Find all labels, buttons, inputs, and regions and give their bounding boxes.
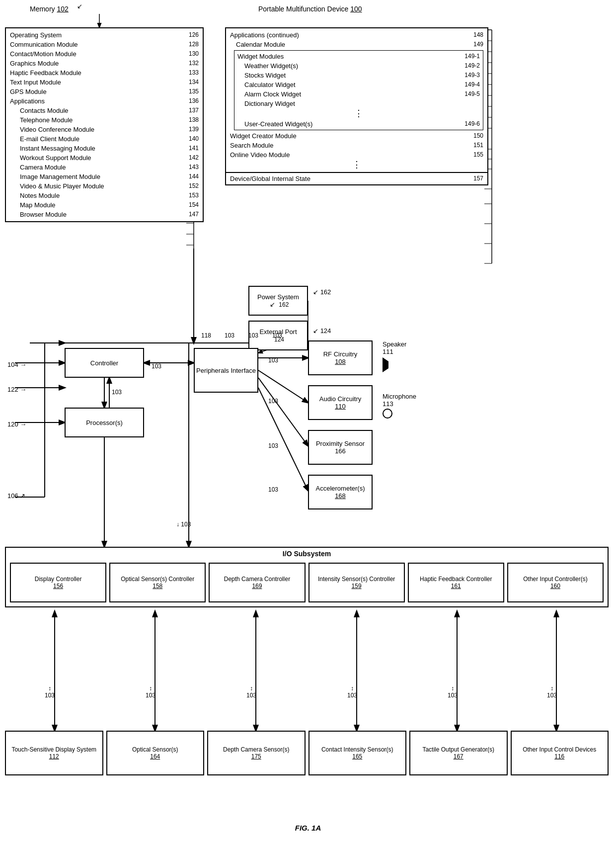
bottom-optical-sensor: Optical Sensor(s) 164 bbox=[106, 731, 205, 775]
memory-item-imagemgmt: Image Management Module 144 bbox=[10, 172, 199, 181]
bottom-sensor-row: Touch-Sensitive Display System 112 Optic… bbox=[5, 731, 609, 775]
io-subsystem: I/O Subsystem Display Controller 156 Opt… bbox=[5, 547, 609, 607]
bottom-touch-display: Touch-Sensitive Display System 112 bbox=[5, 731, 103, 775]
memory-item-text: Text Input Module 134 bbox=[10, 78, 199, 87]
accelerometer-box: Accelerometer(s) 168 bbox=[308, 475, 373, 509]
memory-item-os: Operating System 126 bbox=[10, 30, 199, 40]
pmd-device-state: Device/Global Internal State 157 bbox=[226, 172, 487, 184]
svg-line-51 bbox=[258, 370, 308, 403]
memory-item-comm: Communication Module 128 bbox=[10, 40, 199, 49]
ref-103-io3: ↕103 bbox=[246, 685, 256, 699]
ref-103-accel: 103 bbox=[268, 486, 278, 493]
pmd-item-stocks: Stocks Widget 149-3 bbox=[237, 71, 480, 80]
memory-arrow-label: ↙ bbox=[77, 2, 82, 10]
memory-item-contacts: Contacts Module 137 bbox=[10, 106, 199, 115]
ref-103-io4: ↕103 bbox=[347, 685, 357, 699]
power-ref-label: ↙ 162 bbox=[313, 288, 331, 296]
ref-103-io6: ↕103 bbox=[547, 685, 557, 699]
bottom-tactile-output: Tactile Output Generator(s) 167 bbox=[409, 731, 508, 775]
pmd-item-search: Search Module 151 bbox=[230, 141, 483, 150]
pmd-item-alarm: Alarm Clock Widget 149-5 bbox=[237, 89, 480, 99]
proximity-sensor-box: Proximity Sensor 166 bbox=[308, 430, 373, 465]
memory-item-telephone: Telephone Module 138 bbox=[10, 115, 199, 125]
ref-103-rf: 103 bbox=[268, 357, 278, 364]
memory-box: Operating System 126 Communication Modul… bbox=[5, 27, 204, 222]
memory-item-applications: Applications 136 bbox=[10, 96, 199, 106]
svg-line-52 bbox=[258, 378, 308, 446]
bottom-depth-camera-sensor: Depth Camera Sensor(s) 175 bbox=[207, 731, 306, 775]
peripherals-interface-box: Peripherals Interface bbox=[194, 348, 258, 393]
extport-ref-label: ↙ 124 bbox=[313, 327, 331, 335]
memory-item-notes: Notes Module 153 bbox=[10, 191, 199, 200]
memory-item-map: Map Module 154 bbox=[10, 200, 199, 210]
pmd-item-onlinevideo: Online Video Module 155 bbox=[230, 150, 483, 160]
rf-circuitry-box: RF Circuitry 108 bbox=[308, 340, 373, 375]
ref-118: 118 bbox=[201, 332, 211, 339]
pmd-item-usercreated: User-Created Widget(s) 149-6 bbox=[237, 119, 480, 129]
microphone-label: Microphone 113 bbox=[383, 393, 416, 420]
ref-103-io: ↓ 103 bbox=[176, 521, 191, 528]
ref-103-ctrl: 103 bbox=[152, 363, 161, 370]
pmd-widget-box: Widget Modules 149-1 Weather Widget(s) 1… bbox=[234, 50, 483, 130]
memory-item-graphics: Graphics Module 132 bbox=[10, 59, 199, 68]
memory-item-im: Instant Messaging Module 141 bbox=[10, 144, 199, 153]
ref-122: 122 → bbox=[7, 386, 26, 393]
io-other-input-controller: Other Input Controller(s) 160 bbox=[507, 563, 604, 602]
io-boxes-row: Display Controller 156 Optical Sensor(s)… bbox=[8, 561, 606, 604]
io-haptic-feedback-controller: Haptic Feedback Controller 161 bbox=[408, 563, 504, 602]
ref-103-bus2: 103 bbox=[248, 332, 258, 339]
ref-103-bus3: 103 bbox=[272, 332, 282, 339]
memory-item-camera: Camera Module 143 bbox=[10, 163, 199, 172]
ref-103-prox: 103 bbox=[268, 442, 278, 449]
pmd-item-calculator: Calculator Widget 149-4 bbox=[237, 80, 480, 89]
pmd-item-appscont: Applications (continued) 148 bbox=[230, 30, 483, 40]
ref-103-bus1: 103 bbox=[225, 332, 234, 339]
memory-item-email: E-mail Client Module 140 bbox=[10, 134, 199, 144]
ref-103-io2: ↕103 bbox=[146, 685, 155, 699]
ref-106: 106 ↗ bbox=[7, 492, 25, 500]
pmd-dots1: ⋮ bbox=[237, 108, 480, 119]
ref-103-audio: 103 bbox=[268, 398, 278, 405]
bottom-other-input-control: Other Input Control Devices 116 bbox=[511, 731, 609, 775]
power-system-box: Power System ↙ 162 bbox=[248, 286, 308, 316]
pmd-item-weather: Weather Widget(s) 149-2 bbox=[237, 61, 480, 71]
io-intensity-sensor-controller: Intensity Sensor(s) Controller 159 bbox=[308, 563, 405, 602]
memory-item-browser: Browser Module 147 bbox=[10, 210, 199, 219]
ref-103-io1: ↕103 bbox=[45, 685, 55, 699]
memory-title: Memory 102 bbox=[30, 5, 69, 13]
io-display-controller: Display Controller 156 bbox=[10, 563, 106, 602]
io-optical-sensor-controller: Optical Sensor(s) Controller 158 bbox=[109, 563, 206, 602]
controller-box: Controller bbox=[65, 348, 144, 378]
speaker-label: Speaker 111 bbox=[383, 340, 406, 374]
ref-103-io5: ↕103 bbox=[448, 685, 458, 699]
ref-120: 120 → bbox=[7, 421, 26, 428]
audio-circuitry-box: Audio Circuitry 110 bbox=[308, 385, 373, 420]
bottom-contact-intensity: Contact Intensity Sensor(s) 165 bbox=[308, 731, 407, 775]
ref-103-proc: 103 bbox=[112, 389, 122, 396]
memory-item-contact: Contact/Motion Module 130 bbox=[10, 49, 199, 59]
memory-item-gps: GPS Module 135 bbox=[10, 87, 199, 96]
ref-104: 104 → bbox=[7, 361, 26, 368]
memory-item-videoplayer: Video & Music Player Module 152 bbox=[10, 181, 199, 191]
processor-box: Processor(s) bbox=[65, 408, 144, 437]
pmd-box: Applications (continued) 148 Calendar Mo… bbox=[225, 27, 488, 185]
svg-line-53 bbox=[258, 388, 308, 491]
fig-caption: FIG. 1A bbox=[295, 824, 321, 832]
pmd-item-widgetcreator: Widget Creator Module 150 bbox=[230, 131, 483, 141]
pmd-title: Portable Multifunction Device 100 bbox=[258, 5, 362, 13]
pmd-item-dictionary: Dictionary Widget bbox=[237, 99, 480, 108]
memory-item-videoconf: Video Conference Module 139 bbox=[10, 125, 199, 134]
memory-item-haptic: Haptic Feedback Module 133 bbox=[10, 68, 199, 78]
pmd-item-widget-modules: Widget Modules 149-1 bbox=[237, 52, 480, 61]
memory-item-workout: Workout Support Module 142 bbox=[10, 153, 199, 163]
pmd-item-calendar: Calendar Module 149 bbox=[230, 40, 483, 49]
io-depth-camera-controller: Depth Camera Controller 169 bbox=[209, 563, 305, 602]
diagram-container: Memory 102 ↙ Operating System 126 Commun… bbox=[0, 0, 616, 842]
pmd-dots2: ⋮ bbox=[230, 160, 483, 170]
